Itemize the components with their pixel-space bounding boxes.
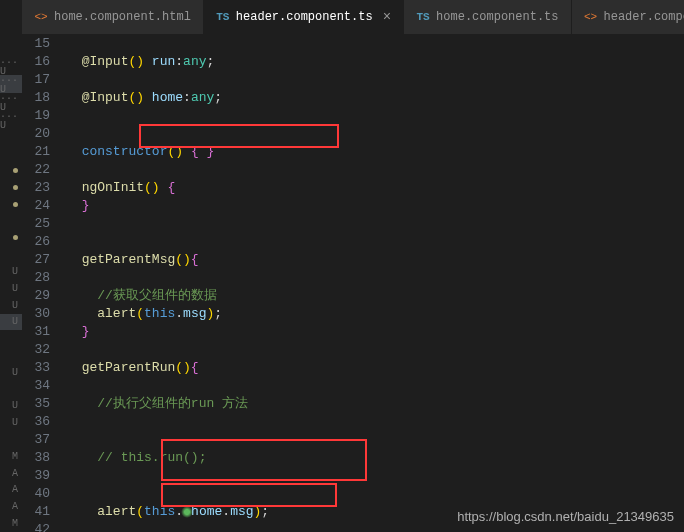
code-line[interactable]: getParentRun(){ [66,359,684,377]
code-line[interactable] [66,35,684,53]
tab-label: home.component.ts [436,10,558,24]
line-number: 40 [22,485,50,503]
line-number: 30 [22,305,50,323]
line-number: 41 [22,503,50,521]
line-number: 36 [22,413,50,431]
line-number: 29 [22,287,50,305]
scm-status-row [0,179,22,196]
line-number: 35 [22,395,50,413]
scm-status-row [0,431,22,448]
line-number: 31 [22,323,50,341]
line-number: 33 [22,359,50,377]
scm-status-row: U [0,297,22,314]
scm-status-row [0,162,22,179]
code-line[interactable]: } [66,197,684,215]
scm-status-row: U [0,263,22,280]
line-number-gutter: 1516171819202122232425262728293031323334… [22,35,66,532]
line-number: 28 [22,269,50,287]
scm-status-row [0,381,22,398]
code-editor[interactable]: 1516171819202122232425262728293031323334… [22,35,684,532]
code-line[interactable] [66,107,684,125]
line-number: 24 [22,197,50,215]
code-line[interactable]: ngOnInit() { [66,179,684,197]
modified-dot-icon [13,168,18,173]
main-area: <>home.component.htmlTSheader.component.… [22,0,684,532]
scm-status-row: A [0,465,22,482]
tab-2[interactable]: TShome.component.ts [404,0,571,34]
tab-label: home.component.html [54,10,191,24]
scm-status-row [0,213,22,230]
modified-dot-icon [13,185,18,190]
scm-status-row [0,347,22,364]
tab-3[interactable]: <>header.component.html [572,0,685,34]
scm-status-row: U [0,314,22,331]
code-line[interactable] [66,485,684,503]
scm-status-column: ... U... U... U... UUUUUUUUMAAAM [0,0,22,532]
line-number: 21 [22,143,50,161]
modified-dot-icon [13,202,18,207]
code-line[interactable]: } [66,323,684,341]
html-file-icon: <> [584,11,598,23]
code-line[interactable] [66,431,684,449]
code-area[interactable]: @Input() run:any; @Input() home:any; con… [66,35,684,532]
code-line[interactable]: @Input() home:any; [66,89,684,107]
tab-bar: <>home.component.htmlTSheader.component.… [22,0,684,35]
code-line[interactable] [66,467,684,485]
scm-status-row [0,129,22,146]
code-line[interactable] [66,233,684,251]
line-number: 17 [22,71,50,89]
html-file-icon: <> [34,11,48,23]
tab-label: header.component.ts [236,10,373,24]
editor-root: ... U... U... U... UUUUUUUUMAAAM <>home.… [0,0,684,532]
code-line[interactable]: @Input() run:any; [66,53,684,71]
code-line[interactable] [66,125,684,143]
scm-status-row: A [0,498,22,515]
scm-status-row: U [0,398,22,415]
scm-status-row: M [0,448,22,465]
line-number: 32 [22,341,50,359]
line-number: 22 [22,161,50,179]
code-line[interactable] [66,413,684,431]
line-number: 38 [22,449,50,467]
code-line[interactable]: //获取父组件的数据 [66,287,684,305]
scm-status-row [0,146,22,163]
close-icon[interactable]: × [383,9,391,25]
code-line[interactable]: alert(this.msg); [66,305,684,323]
scm-status-row [0,196,22,213]
line-number: 23 [22,179,50,197]
code-line[interactable]: // this.run(); [66,449,684,467]
scm-status-row [0,230,22,247]
line-number: 18 [22,89,50,107]
code-line[interactable] [66,215,684,233]
code-line[interactable] [66,161,684,179]
line-number: 25 [22,215,50,233]
watermark-text: https://blog.csdn.net/baidu_21349635 [457,509,674,524]
scm-status-row: ... U [0,111,22,129]
code-line[interactable] [66,269,684,287]
line-number: 19 [22,107,50,125]
code-line[interactable]: getParentMsg(){ [66,251,684,269]
code-line[interactable]: //执行父组件的run 方法 [66,395,684,413]
scm-status-row: U [0,280,22,297]
scm-status-row: M [0,515,22,532]
scm-status-row: A [0,482,22,499]
line-number: 42 [22,521,50,532]
line-number: 20 [22,125,50,143]
scm-status-row: U [0,414,22,431]
ts-file-icon: TS [416,11,430,23]
line-number: 34 [22,377,50,395]
modified-dot-icon [13,235,18,240]
code-line[interactable]: constructor() { } [66,143,684,161]
tab-1[interactable]: TSheader.component.ts× [204,0,404,34]
code-line[interactable] [66,377,684,395]
code-line[interactable] [66,341,684,359]
scm-status-row [0,246,22,263]
scm-status-row: U [0,364,22,381]
code-line[interactable] [66,71,684,89]
tab-0[interactable]: <>home.component.html [22,0,204,34]
scm-status-row [0,330,22,347]
tab-label: header.component.html [604,10,685,24]
line-number: 37 [22,431,50,449]
line-number: 16 [22,53,50,71]
line-number: 26 [22,233,50,251]
